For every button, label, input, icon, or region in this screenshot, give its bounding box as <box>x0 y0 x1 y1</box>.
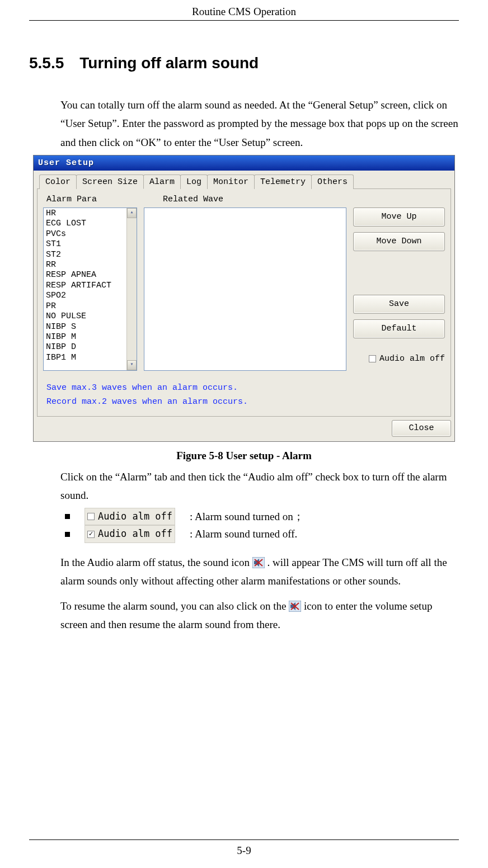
speaker-muted-icon <box>252 557 265 568</box>
list-item[interactable]: HR <box>46 209 124 219</box>
tab-strip: Color Screen Size Alarm Log Monitor Tele… <box>37 174 451 189</box>
listbox-scrollbar[interactable]: ▴ ▾ <box>126 208 137 370</box>
page-header-title: Routine CMS Operation <box>29 6 459 20</box>
page-number: 5-9 <box>29 845 459 857</box>
speaker-muted-icon <box>289 601 301 612</box>
list-item[interactable]: SPO2 <box>46 291 124 301</box>
audio-off-unchecked-sample: Audio alm off <box>85 508 175 525</box>
list-item[interactable]: ST1 <box>46 239 124 249</box>
scroll-up-icon[interactable]: ▴ <box>127 208 137 218</box>
audio-alm-off-checkbox[interactable]: Audio alm off <box>353 354 445 364</box>
header-rule <box>29 20 459 21</box>
move-down-button[interactable]: Move Down <box>353 232 445 251</box>
list-item[interactable]: NIBP D <box>46 342 124 352</box>
list-item[interactable]: RR <box>46 260 124 270</box>
bullet-icon <box>65 532 70 537</box>
resume-paragraph: To resume the alarm sound, you can also … <box>60 597 459 634</box>
save-button[interactable]: Save <box>353 295 445 314</box>
list-item[interactable]: NIBP M <box>46 332 124 342</box>
section-heading: 5.5.5 Turning off alarm sound <box>29 54 459 72</box>
list-item[interactable]: NO PULSE <box>46 312 124 322</box>
list-item[interactable]: RESP APNEA <box>46 270 124 280</box>
status-text-a: In the Audio alarm off status, the sound… <box>60 556 252 568</box>
list-item[interactable]: ECG LOST <box>46 219 124 229</box>
tab-others[interactable]: Others <box>311 174 354 189</box>
bullet-alarm-on: Audio alm off : Alarm sound turned on； <box>60 508 459 525</box>
label-alarm-para: Alarm Para <box>46 195 97 204</box>
tab-monitor[interactable]: Monitor <box>207 174 255 189</box>
list-item[interactable]: IBP1 M <box>46 353 124 363</box>
default-button[interactable]: Default <box>353 319 445 338</box>
bullet-icon <box>65 514 70 519</box>
figure-caption: Figure 5-8 User setup - Alarm <box>29 450 459 462</box>
sample-label: Audio alm off <box>98 509 172 524</box>
bullet-off-desc: : Alarm sound turned off. <box>190 526 297 542</box>
tab-alarm[interactable]: Alarm <box>143 174 181 189</box>
list-items: HR ECG LOST PVCs ST1 ST2 RR RESP APNEA R… <box>44 208 126 370</box>
tab-log[interactable]: Log <box>180 174 208 189</box>
hint-record-waves: Record max.2 waves when an alarm occurs. <box>46 395 445 409</box>
bullet-on-desc: : Alarm sound turned on； <box>190 508 304 525</box>
audio-off-checked-sample: ✓ Audio alm off <box>85 525 175 542</box>
sample-label: Audio alm off <box>98 526 172 541</box>
dialog-titlebar: User Setup <box>34 155 454 171</box>
tab-color[interactable]: Color <box>39 174 77 189</box>
scroll-down-icon[interactable]: ▾ <box>127 360 137 370</box>
hint-lines: Save max.3 waves when an alarm occurs. R… <box>46 381 445 409</box>
hint-save-waves: Save max.3 waves when an alarm occurs. <box>46 381 445 395</box>
after-figure-paragraph: Click on the “Alarm” tab and then tick t… <box>60 468 459 505</box>
resume-text-a: To resume the alarm sound, you can also … <box>60 600 289 612</box>
section-title: Turning off alarm sound <box>79 54 259 72</box>
checkbox-icon <box>369 355 376 362</box>
related-wave-listbox[interactable] <box>144 207 346 371</box>
list-item[interactable]: NIBP S <box>46 322 124 332</box>
section-number: 5.5.5 <box>29 54 64 72</box>
intro-paragraph: You can totally turn off the alarm sound… <box>60 96 459 152</box>
close-button[interactable]: Close <box>392 420 451 437</box>
dialog-body: Color Screen Size Alarm Log Monitor Tele… <box>34 171 454 441</box>
alarm-para-listbox[interactable]: HR ECG LOST PVCs ST1 ST2 RR RESP APNEA R… <box>43 207 137 371</box>
checkbox-unchecked-icon <box>87 513 95 520</box>
tab-telemetry[interactable]: Telemetry <box>254 174 312 189</box>
label-related-wave: Related Wave <box>163 195 223 204</box>
list-item[interactable]: RESP ARTIFACT <box>46 281 124 291</box>
list-item[interactable]: PR <box>46 301 124 312</box>
audio-off-label: Audio alm off <box>379 354 445 364</box>
checkbox-checked-icon: ✓ <box>87 531 95 538</box>
tab-panel-alarm: Alarm Para Related Wave HR ECG LOST PVCs… <box>37 189 451 417</box>
user-setup-dialog: User Setup Color Screen Size Alarm Log M… <box>33 155 455 442</box>
status-paragraph: In the Audio alarm off status, the sound… <box>60 553 459 591</box>
list-item[interactable]: PVCs <box>46 229 124 239</box>
bullet-alarm-off: ✓ Audio alm off : Alarm sound turned off… <box>60 525 459 542</box>
page-footer: 5-9 <box>29 839 459 857</box>
tab-screen-size[interactable]: Screen Size <box>76 174 144 189</box>
move-up-button[interactable]: Move Up <box>353 207 445 227</box>
list-item[interactable]: ST2 <box>46 250 124 260</box>
